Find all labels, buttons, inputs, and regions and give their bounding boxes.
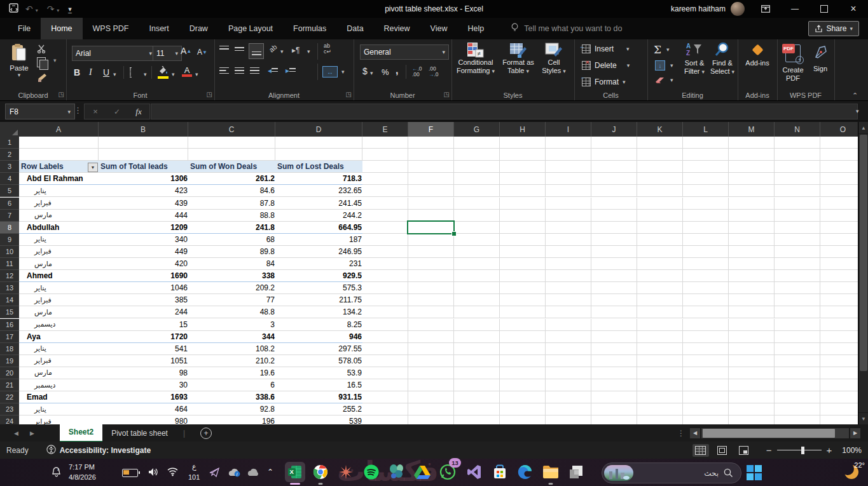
grid-cell-D13[interactable]: 575.3 [275, 282, 365, 294]
grid-cell-I17[interactable] [546, 331, 591, 343]
taskbar-microsoft-store-icon[interactable] [490, 462, 510, 482]
grid-cell-D16[interactable]: 8.25 [275, 319, 365, 331]
select-all-corner[interactable] [0, 122, 20, 137]
column-header-A[interactable]: A [19, 122, 99, 137]
grid-cell-N24[interactable] [775, 415, 820, 424]
grid-cell-H23[interactable] [500, 403, 546, 415]
grid-cell-H1[interactable] [500, 137, 546, 149]
grid-cell-D22[interactable]: 931.15 [275, 391, 365, 403]
ribbon-tab-view[interactable]: View [420, 18, 458, 39]
grid-cell-G17[interactable] [454, 331, 500, 343]
copy-button[interactable] [37, 57, 46, 67]
grid-cell-G19[interactable] [454, 355, 500, 367]
grid-cell-D12[interactable]: 929.5 [275, 270, 365, 282]
grid-cell-M17[interactable] [729, 331, 775, 343]
grid-cell-I14[interactable] [546, 294, 591, 306]
grid-cell-H14[interactable] [500, 294, 546, 306]
grid-cell-H9[interactable] [500, 234, 546, 246]
grid-cell-M12[interactable] [729, 270, 775, 282]
grid-cell-C1[interactable] [188, 137, 275, 149]
onedrive-tray-icon[interactable]: i [228, 468, 241, 479]
grid-cell-K22[interactable] [637, 391, 683, 403]
minimize-button[interactable]: — [780, 0, 809, 18]
borders-button[interactable] [130, 68, 131, 77]
taskbar-clock[interactable]: 7:17 PM 4/8/2026 [69, 462, 96, 482]
cancel-icon[interactable]: × [85, 107, 106, 116]
grid-cell-K7[interactable] [637, 210, 683, 222]
text-direction-button[interactable]: ▸¶ [292, 46, 300, 55]
font-color-button[interactable]: A [182, 66, 192, 77]
grid-cell-F6[interactable] [408, 198, 454, 210]
grid-cell-O14[interactable] [820, 294, 858, 306]
grid-cell-F13[interactable] [408, 282, 454, 294]
grid-cell-C8[interactable]: 241.8 [188, 222, 278, 234]
grid-cell-M20[interactable] [729, 367, 775, 379]
copy-dropdown[interactable]: ▾ [53, 57, 57, 64]
grid-cell-J16[interactable] [591, 319, 637, 331]
grid-cell-O9[interactable] [820, 234, 858, 246]
grid-cell-L15[interactable] [683, 306, 729, 318]
grid-cell-O12[interactable] [820, 270, 858, 282]
grid-cell-M11[interactable] [729, 258, 775, 270]
grid-cell-C22[interactable]: 338.6 [188, 391, 278, 403]
grid-cell-L3[interactable] [683, 161, 729, 173]
taskbar-window-app-icon[interactable] [566, 462, 586, 482]
grid-cell-C14[interactable]: 77 [188, 294, 278, 306]
normal-view-button[interactable] [692, 444, 709, 457]
increase-font-size-button[interactable]: A▲ [181, 46, 191, 56]
grid-cell-J17[interactable] [591, 331, 637, 343]
grid-cell-E23[interactable] [362, 403, 408, 415]
merge-center-dropdown[interactable]: ▾ [341, 69, 345, 75]
grid-cell-L17[interactable] [683, 331, 729, 343]
grid-cell-D11[interactable]: 231 [275, 258, 365, 270]
grid-cell-K16[interactable] [637, 319, 683, 331]
sheet-tab-pivot-table-sheet[interactable]: Pivot table sheet [102, 424, 177, 442]
grid-cell-O21[interactable] [820, 379, 858, 391]
grid-cell-D18[interactable]: 297.55 [275, 343, 365, 355]
scroll-down-arrow[interactable]: ▼ [858, 412, 868, 424]
close-button[interactable]: × [839, 0, 868, 18]
grid-cell-J18[interactable] [591, 343, 637, 355]
grid-cell-C10[interactable]: 89.8 [188, 246, 278, 258]
cut-button[interactable] [37, 44, 47, 55]
grid-cell-C13[interactable]: 209.2 [188, 282, 278, 294]
grid-cell-H8[interactable] [500, 222, 546, 234]
taskbar-search-box[interactable]: بحث [602, 462, 741, 483]
name-box[interactable]: F8▾ [5, 104, 75, 119]
grid-cell-I2[interactable] [546, 149, 591, 161]
insert-function-icon[interactable]: fx [128, 107, 149, 117]
grid-cell-L11[interactable] [683, 258, 729, 270]
grid-cell-L9[interactable] [683, 234, 729, 246]
wifi-icon[interactable] [167, 467, 179, 478]
grid-cell-M7[interactable] [729, 210, 775, 222]
grid-cell-D5[interactable]: 232.65 [275, 185, 365, 197]
taskbar-file-explorer-icon[interactable] [541, 462, 561, 482]
grid-cell-H7[interactable] [500, 210, 546, 222]
row-header-4[interactable]: 4 [0, 173, 20, 185]
row-header-17[interactable]: 17 [0, 331, 20, 343]
grid-cell-J20[interactable] [591, 367, 637, 379]
ribbon-tab-formulas[interactable]: Formulas [283, 18, 336, 39]
grid-cell-H20[interactable] [500, 367, 546, 379]
align-right-button[interactable] [250, 67, 259, 74]
grid-cell-A12[interactable]: Ahmed [19, 270, 106, 282]
grid-cell-I22[interactable] [546, 391, 591, 403]
italic-button[interactable]: I [89, 67, 92, 78]
font-family-combo[interactable]: Arial▾ [72, 46, 156, 61]
grid-cell-F10[interactable] [408, 246, 454, 258]
grid-cell-F21[interactable] [408, 379, 454, 391]
grid-cell-K2[interactable] [637, 149, 683, 161]
grid-cell-M19[interactable] [729, 355, 775, 367]
grid-cell-N21[interactable] [775, 379, 820, 391]
grid-cell-J14[interactable] [591, 294, 637, 306]
grid-cell-E20[interactable] [362, 367, 408, 379]
grid-cell-I20[interactable] [546, 367, 591, 379]
grid-cell-K8[interactable] [637, 222, 683, 234]
grid-cell-H5[interactable] [500, 185, 546, 197]
grid-cell-J12[interactable] [591, 270, 637, 282]
tabbar-splitter[interactable]: ⋮ [677, 429, 685, 438]
grid-cell-B8[interactable]: 1209 [99, 222, 191, 234]
grid-cell-B6[interactable]: 439 [99, 198, 191, 210]
grid-cell-G8[interactable] [454, 222, 500, 234]
grid-cell-L14[interactable] [683, 294, 729, 306]
